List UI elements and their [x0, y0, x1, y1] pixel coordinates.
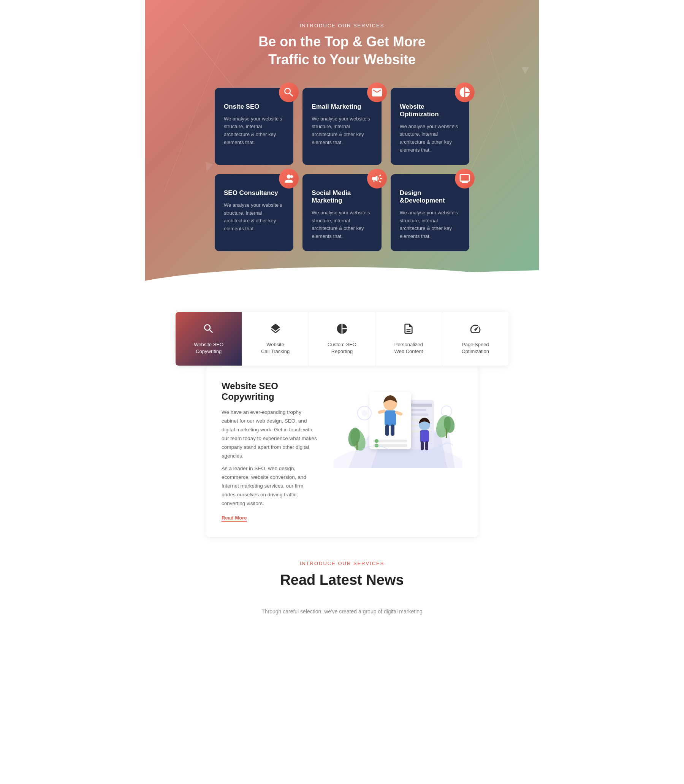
- card-desc: We analyse your website's structure, int…: [224, 202, 284, 233]
- svg-point-40: [361, 410, 368, 416]
- tab-seo-copywriting[interactable]: Website SEOCopywriting: [176, 312, 242, 366]
- news-label: INTRODUCE OUR SERVICES: [176, 561, 508, 566]
- services-title: Be on the Top & Get More Traffic to Your…: [145, 33, 539, 69]
- content-text: Website SEO Copywriting We have an ever-…: [221, 381, 318, 522]
- card-desc: We analyse your website's structure, int…: [224, 115, 284, 147]
- service-card-seo-consultancy[interactable]: SEO Consultancy We analyse your website'…: [215, 174, 294, 251]
- news-subtitle: Through careful selection, we've created…: [176, 608, 508, 615]
- content-para2: As a leader in SEO, web design, ecommerc…: [221, 465, 318, 508]
- card-desc: We analyse your website's structure, int…: [311, 209, 372, 240]
- content-panel: Website SEO Copywriting We have an ever-…: [206, 366, 478, 537]
- card-title: Design &Development: [400, 189, 460, 205]
- svg-point-32: [375, 439, 379, 443]
- services-section: INTRODUCE OUR SERVICES Be on the Top & G…: [145, 0, 539, 297]
- tab-custom-seo[interactable]: Custom SEOReporting: [309, 312, 376, 366]
- tab-page-speed[interactable]: Page SpeedOptimization: [442, 312, 508, 366]
- tab-call-tracking[interactable]: WebsiteCall Tracking: [242, 312, 308, 366]
- monitor-icon: [455, 169, 474, 189]
- svg-rect-30: [390, 424, 394, 436]
- tabs-section: Website SEOCopywriting WebsiteCall Track…: [145, 297, 539, 538]
- card-title: Social Media Marketing: [311, 189, 372, 205]
- person-icon: [279, 169, 299, 189]
- tab-label: WebsiteCall Tracking: [261, 341, 290, 355]
- card-title: Website Optimization: [400, 103, 460, 118]
- speedometer-tab-icon: [469, 323, 481, 337]
- card-desc: We analyse your website's structure, int…: [400, 123, 460, 154]
- service-card-onsite-seo[interactable]: Onsite SEO We analyse your website's str…: [215, 88, 294, 165]
- news-title: Read Latest News: [176, 571, 508, 589]
- card-title: SEO Consultancy: [224, 189, 284, 197]
- svg-rect-10: [357, 441, 358, 450]
- svg-rect-37: [421, 441, 424, 450]
- pie-chart-icon: [455, 82, 474, 102]
- content-illustration: [333, 381, 463, 470]
- tab-web-content[interactable]: PersonalizedWeb Content: [376, 312, 442, 366]
- search-icon: [279, 82, 299, 102]
- search-tab-icon: [203, 323, 215, 337]
- email-icon: [367, 82, 387, 102]
- news-section: INTRODUCE OUR SERVICES Read Latest News …: [145, 538, 539, 630]
- svg-rect-13: [446, 428, 447, 438]
- svg-rect-29: [385, 424, 389, 436]
- tabs-row: Website SEOCopywriting WebsiteCall Track…: [176, 312, 508, 366]
- svg-point-41: [441, 406, 452, 416]
- card-desc: We analyse your website's structure, int…: [311, 115, 372, 147]
- services-grid: Onsite SEO We analyse your website's str…: [200, 88, 484, 251]
- card-title: Email Marketing: [311, 103, 372, 111]
- document-tab-icon: [402, 323, 415, 337]
- content-para1: We have an ever-expanding trophy cabinet…: [221, 408, 318, 461]
- tab-label: Custom SEOReporting: [327, 341, 357, 355]
- svg-rect-26: [385, 410, 396, 426]
- service-card-social-media[interactable]: Social Media Marketing We analyse your w…: [302, 174, 381, 251]
- layers-tab-icon: [269, 323, 282, 337]
- tab-label: PersonalizedWeb Content: [394, 341, 423, 355]
- services-label: INTRODUCE OUR SERVICES: [145, 23, 539, 29]
- tab-label: Website SEOCopywriting: [194, 341, 223, 355]
- read-more-link[interactable]: Read More: [221, 515, 247, 522]
- card-title: Onsite SEO: [224, 103, 284, 111]
- card-desc: We analyse your website's structure, int…: [400, 209, 460, 240]
- pie-tab-icon: [336, 323, 348, 337]
- svg-rect-36: [420, 430, 429, 442]
- service-card-email-marketing[interactable]: Email Marketing We analyse your website'…: [302, 88, 381, 165]
- service-card-design-dev[interactable]: Design &Development We analyse your webs…: [390, 174, 469, 251]
- megaphone-icon: [367, 169, 387, 189]
- content-title: Website SEO Copywriting: [221, 381, 318, 402]
- tab-label: Page SpeedOptimization: [462, 341, 489, 355]
- service-card-website-optimization[interactable]: Website Optimization We analyse your web…: [390, 88, 469, 165]
- svg-rect-38: [425, 441, 428, 450]
